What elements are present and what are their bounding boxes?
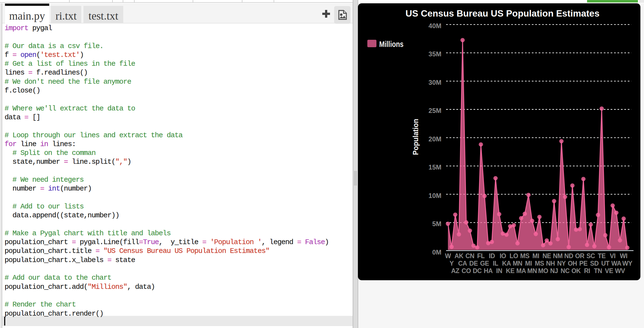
svg-text:MI: MI: [532, 252, 539, 260]
svg-text:FL: FL: [477, 252, 485, 260]
svg-text:PE: PE: [579, 260, 588, 267]
svg-text:OR: OR: [575, 252, 585, 260]
svg-text:TN: TN: [594, 267, 602, 274]
svg-text:SC: SC: [587, 252, 595, 260]
svg-text:Millions: Millions: [379, 40, 404, 49]
svg-text:NM: NM: [553, 252, 563, 260]
svg-text:IL: IL: [493, 260, 498, 267]
svg-text:OH: OH: [568, 260, 577, 267]
svg-text:20M: 20M: [428, 135, 441, 143]
svg-text:0M: 0M: [432, 248, 441, 256]
svg-text:IN: IN: [496, 267, 502, 274]
svg-text:CN: CN: [465, 252, 474, 260]
svg-text:NE: NE: [543, 252, 551, 260]
svg-text:NY: NY: [557, 260, 566, 267]
svg-text:AK: AK: [454, 252, 464, 260]
svg-text:IO: IO: [500, 252, 506, 260]
svg-text:VI: VI: [610, 252, 616, 260]
svg-text:DC: DC: [473, 267, 481, 274]
svg-text:5M: 5M: [432, 220, 441, 228]
svg-text:LO: LO: [510, 252, 518, 260]
svg-text:US Census Bureau US Population: US Census Bureau US Population Estimates: [405, 8, 600, 18]
svg-text:KA: KA: [502, 260, 511, 267]
svg-text:10M: 10M: [428, 192, 441, 199]
svg-text:KE: KE: [506, 267, 514, 274]
svg-text:35M: 35M: [428, 50, 441, 58]
svg-text:AZ: AZ: [451, 267, 459, 274]
svg-text:RI: RI: [584, 267, 590, 274]
svg-text:Population: Population: [412, 119, 420, 155]
svg-text:W: W: [445, 252, 451, 260]
svg-text:MN: MN: [513, 260, 522, 267]
svg-text:TE: TE: [598, 252, 606, 260]
svg-text:HA: HA: [484, 267, 493, 274]
svg-text:NC: NC: [561, 267, 569, 274]
svg-text:MS: MS: [520, 252, 530, 260]
svg-text:WY: WY: [622, 260, 632, 267]
svg-text:OK: OK: [571, 267, 581, 274]
svg-text:MN: MN: [527, 267, 537, 274]
svg-text:MS: MS: [535, 260, 544, 267]
svg-text:NJ: NJ: [550, 267, 558, 274]
svg-text:WV: WV: [615, 267, 625, 274]
svg-text:30M: 30M: [428, 79, 441, 86]
svg-text:MO: MO: [538, 267, 548, 274]
svg-text:CA: CA: [458, 260, 467, 267]
svg-text:WI: WI: [620, 252, 627, 260]
svg-text:Y: Y: [449, 260, 454, 267]
svg-text:DE: DE: [469, 260, 478, 267]
svg-text:NH: NH: [546, 260, 555, 267]
svg-text:ID: ID: [489, 252, 495, 260]
svg-text:GE: GE: [480, 260, 489, 267]
svg-text:UT: UT: [601, 260, 609, 267]
svg-text:ND: ND: [564, 252, 573, 260]
svg-text:40M: 40M: [428, 22, 441, 30]
svg-text:VE: VE: [605, 267, 613, 274]
svg-text:MA: MA: [516, 267, 526, 274]
svg-text:CO: CO: [462, 267, 471, 274]
svg-text:25M: 25M: [428, 107, 441, 114]
svg-text:MI: MI: [525, 260, 532, 267]
svg-text:SD: SD: [590, 260, 599, 267]
svg-text:WA: WA: [611, 260, 621, 267]
svg-text:15M: 15M: [428, 163, 441, 171]
